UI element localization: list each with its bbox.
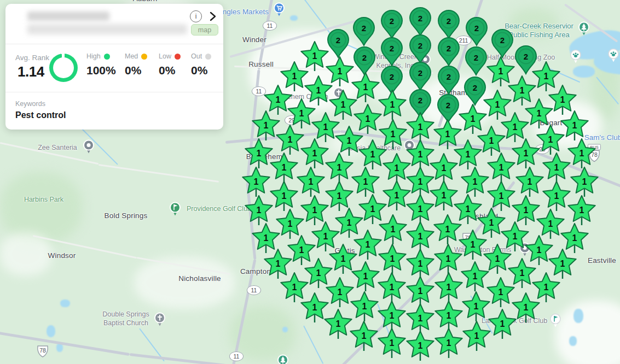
rank-marker-pin[interactable]: 2 — [380, 9, 404, 40]
svg-text:1: 1 — [445, 225, 450, 234]
scan-summary-card: i map Avg. Rank 1.14 High100%Med0%Low0%O… — [5, 4, 223, 130]
rank-marker-star[interactable]: 1 — [461, 321, 492, 353]
svg-text:1: 1 — [365, 240, 370, 249]
svg-text:1: 1 — [299, 109, 304, 118]
rank-marker-star[interactable]: 1 — [295, 167, 326, 198]
svg-text:1: 1 — [363, 83, 368, 92]
svg-text:1: 1 — [513, 122, 518, 132]
svg-text:1: 1 — [256, 206, 261, 215]
svg-text:1: 1 — [495, 100, 500, 109]
legend-dot — [104, 54, 110, 60]
svg-text:1: 1 — [528, 177, 532, 186]
rank-marker-pin[interactable]: 2 — [437, 9, 461, 40]
svg-text:1: 1 — [363, 272, 368, 281]
svg-text:2: 2 — [390, 72, 394, 81]
rank-marker-star[interactable]: 1 — [377, 244, 408, 275]
svg-text:1: 1 — [418, 314, 423, 323]
svg-text:1: 1 — [489, 136, 494, 145]
svg-text:1: 1 — [446, 283, 451, 292]
svg-text:1: 1 — [524, 149, 529, 158]
rank-marker-star[interactable]: 1 — [349, 291, 380, 323]
keywords-value: Pest control — [15, 110, 66, 120]
svg-text:1: 1 — [347, 136, 352, 145]
rank-marker-pin[interactable]: 2 — [464, 46, 488, 77]
svg-text:1: 1 — [288, 135, 293, 144]
svg-text:2: 2 — [362, 24, 366, 33]
svg-text:1: 1 — [338, 67, 343, 76]
rank-marker-star[interactable]: 1 — [376, 272, 407, 304]
svg-text:1: 1 — [316, 268, 321, 278]
svg-text:1: 1 — [523, 303, 528, 312]
legend-med: Med0% — [125, 52, 147, 77]
svg-text:1: 1 — [418, 259, 423, 268]
rank-marker-star[interactable]: 1 — [269, 152, 299, 184]
svg-text:2: 2 — [418, 41, 422, 50]
rank-marker-pin[interactable]: 2 — [408, 34, 432, 64]
svg-text:1: 1 — [418, 232, 423, 241]
rank-marker-pin[interactable]: 2 — [437, 65, 461, 96]
rank-marker-pin[interactable]: 2 — [437, 37, 461, 67]
rank-marker-pin[interactable]: 2 — [352, 16, 376, 47]
svg-text:1: 1 — [370, 204, 375, 214]
svg-text:1: 1 — [513, 232, 518, 241]
svg-text:1: 1 — [323, 122, 328, 132]
rank-marker-star[interactable]: 1 — [241, 167, 271, 198]
svg-text:1: 1 — [256, 149, 261, 158]
rank-marker-star[interactable]: 1 — [376, 328, 407, 360]
rank-marker-pin[interactable]: 2 — [465, 16, 489, 47]
legend-dot — [175, 54, 181, 60]
divider — [5, 92, 223, 92]
svg-text:1: 1 — [362, 331, 367, 340]
svg-text:2: 2 — [362, 53, 367, 62]
svg-text:1: 1 — [524, 206, 529, 215]
divider — [5, 44, 223, 44]
rank-marker-star[interactable]: 1 — [349, 321, 379, 353]
rank-marker-star[interactable]: 1 — [433, 272, 464, 304]
rank-marker-star[interactable]: 1 — [405, 331, 436, 362]
svg-text:1: 1 — [572, 233, 577, 243]
rank-marker-star[interactable]: 1 — [376, 301, 407, 332]
rank-marker-star[interactable]: 1 — [486, 152, 517, 184]
svg-text:1: 1 — [548, 135, 553, 144]
rank-marker-star[interactable]: 1 — [433, 301, 464, 332]
business-name-redacted-line1 — [27, 11, 109, 21]
svg-text:1: 1 — [447, 338, 451, 348]
svg-text:1: 1 — [445, 130, 450, 139]
svg-text:2: 2 — [474, 53, 478, 62]
rank-marker-star[interactable]: 1 — [433, 244, 463, 275]
svg-text:1: 1 — [519, 86, 524, 95]
svg-text:1: 1 — [337, 191, 342, 201]
rank-marker-star[interactable]: 1 — [244, 195, 274, 227]
svg-text:1: 1 — [418, 286, 423, 296]
svg-text:1: 1 — [264, 233, 269, 243]
svg-text:1: 1 — [312, 303, 317, 312]
svg-text:2: 2 — [418, 68, 422, 78]
rank-marker-star[interactable]: 1 — [569, 167, 600, 198]
svg-text:1: 1 — [499, 191, 503, 201]
svg-text:1: 1 — [471, 240, 476, 249]
avg-rank-donut — [49, 54, 78, 82]
rank-marker-pin[interactable]: 2 — [408, 7, 432, 37]
rank-marker-pin[interactable]: 2 — [490, 28, 514, 59]
info-icon[interactable]: i — [190, 10, 202, 22]
svg-text:1: 1 — [499, 163, 503, 172]
chevron-right-icon[interactable] — [208, 11, 217, 22]
rank-marker-star[interactable]: 1 — [433, 328, 464, 360]
svg-text:1: 1 — [554, 191, 559, 201]
svg-text:2: 2 — [390, 16, 394, 26]
svg-text:1: 1 — [391, 225, 396, 234]
svg-text:1: 1 — [323, 232, 328, 241]
rank-marker-star[interactable]: 1 — [514, 167, 545, 198]
rank-marker-pin[interactable]: 2 — [380, 37, 404, 67]
svg-text:2: 2 — [474, 24, 478, 33]
rank-marker-star[interactable]: 1 — [541, 152, 572, 184]
svg-text:1: 1 — [312, 206, 317, 215]
svg-text:1: 1 — [312, 51, 317, 61]
rank-marker-pin[interactable]: 2 — [408, 61, 432, 92]
svg-text:2: 2 — [418, 14, 422, 23]
svg-text:1: 1 — [580, 149, 584, 158]
map-canvas[interactable]: AuburnWinderRussellBethlehemStathamBogar… — [0, 0, 620, 364]
svg-text:1: 1 — [418, 150, 423, 159]
rank-marker-star[interactable]: 1 — [566, 195, 597, 227]
svg-text:1: 1 — [473, 272, 478, 281]
